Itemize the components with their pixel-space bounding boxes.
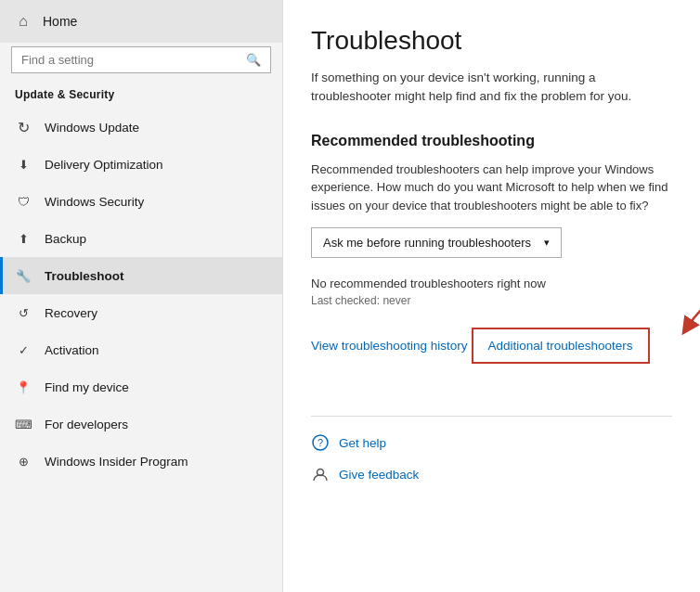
sidebar-home-label: Home xyxy=(43,14,77,29)
activation-icon: ✓ xyxy=(15,341,32,358)
sidebar-item-label: Backup xyxy=(45,232,86,246)
sidebar-item-windows-security[interactable]: 🛡 Windows Security xyxy=(0,183,282,220)
give-feedback-icon xyxy=(311,465,330,483)
recommended-section-title: Recommended troubleshooting xyxy=(311,133,672,149)
sidebar-item-label: Windows Insider Program xyxy=(45,455,188,469)
divider xyxy=(311,416,672,417)
status-main: No recommended troubleshooters right now xyxy=(311,277,672,290)
get-help-label: Get help xyxy=(339,436,386,450)
sidebar-item-label: Delivery Optimization xyxy=(45,158,163,172)
sidebar-item-troubleshoot[interactable]: 🔧 Troubleshoot xyxy=(0,257,282,294)
get-help-icon: ? xyxy=(311,433,330,452)
sidebar-search-box[interactable]: 🔍 xyxy=(11,46,271,73)
search-input[interactable] xyxy=(21,53,239,67)
sidebar-item-label: Activation xyxy=(45,343,99,357)
main-content: Troubleshoot If something on your device… xyxy=(283,0,700,592)
sidebar-item-label: For developers xyxy=(45,418,128,431)
additional-troubleshooters-button[interactable]: Additional troubleshooters xyxy=(472,328,650,364)
windows-update-icon: ↻ xyxy=(15,119,32,135)
sidebar-section-title: Update & Security xyxy=(0,83,282,109)
svg-text:?: ? xyxy=(318,437,323,448)
windows-security-icon: 🛡 xyxy=(15,193,32,210)
give-feedback-label: Give feedback xyxy=(339,468,419,482)
page-description: If something on your device isn't workin… xyxy=(311,69,664,107)
sidebar: ⌂ Home 🔍 Update & Security ↻ Windows Upd… xyxy=(0,0,283,592)
sidebar-item-windows-update[interactable]: ↻ Windows Update xyxy=(0,109,282,146)
windows-insider-icon: ⊕ xyxy=(15,453,32,470)
get-help-button[interactable]: ? Get help xyxy=(311,433,672,452)
sidebar-item-for-developers[interactable]: ⌨ For developers xyxy=(0,405,282,443)
dropdown-label: Ask me before running troubleshooters xyxy=(323,236,531,250)
give-feedback-button[interactable]: Give feedback xyxy=(311,465,672,483)
sidebar-item-label: Windows Security xyxy=(45,195,144,209)
sidebar-item-label: Troubleshoot xyxy=(45,269,124,283)
find-device-icon: 📍 xyxy=(15,379,32,395)
chevron-down-icon: ▾ xyxy=(544,237,550,249)
sidebar-item-label: Windows Update xyxy=(45,121,139,135)
additional-troubleshooters-label: Additional troubleshooters xyxy=(488,339,633,353)
home-icon: ⌂ xyxy=(15,13,32,30)
developers-icon: ⌨ xyxy=(15,416,32,432)
troubleshoot-icon: 🔧 xyxy=(15,267,32,284)
sidebar-home-button[interactable]: ⌂ Home xyxy=(0,0,282,43)
sidebar-item-delivery-optimization[interactable]: ⬇ Delivery Optimization xyxy=(0,146,282,183)
page-title: Troubleshoot xyxy=(311,26,672,56)
sidebar-item-find-my-device[interactable]: 📍 Find my device xyxy=(0,368,282,405)
sidebar-item-label: Find my device xyxy=(45,380,129,394)
sidebar-item-windows-insider[interactable]: ⊕ Windows Insider Program xyxy=(0,443,282,480)
help-section: ? Get help Give feedback xyxy=(311,433,672,483)
recovery-icon: ↺ xyxy=(15,304,32,321)
recommended-section-desc: Recommended troubleshooters can help imp… xyxy=(311,161,672,215)
status-sub: Last checked: never xyxy=(311,294,672,307)
search-icon: 🔍 xyxy=(246,53,261,67)
sidebar-item-label: Recovery xyxy=(45,306,97,320)
delivery-optimization-icon: ⬇ xyxy=(15,156,32,173)
troubleshooter-dropdown[interactable]: Ask me before running troubleshooters ▾ xyxy=(311,227,562,258)
sidebar-item-recovery[interactable]: ↺ Recovery xyxy=(0,294,282,331)
view-history-link[interactable]: View troubleshooting history xyxy=(311,339,468,353)
backup-icon: ⬆ xyxy=(15,230,32,247)
sidebar-item-activation[interactable]: ✓ Activation xyxy=(0,331,282,368)
sidebar-item-backup[interactable]: ⬆ Backup xyxy=(0,220,282,257)
